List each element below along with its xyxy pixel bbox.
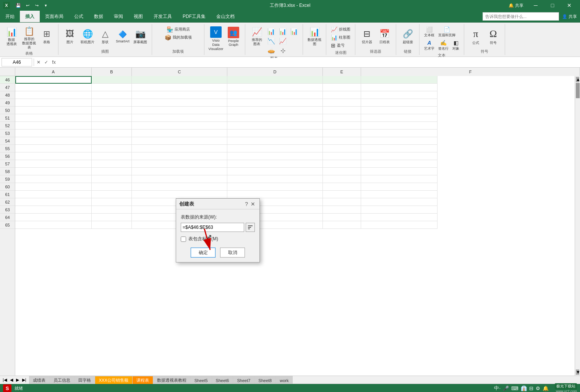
- tab-sheet8[interactable]: Sheet8: [254, 376, 276, 384]
- grid-cell[interactable]: [323, 145, 361, 152]
- grid-cell[interactable]: [227, 76, 323, 84]
- grid-cell[interactable]: [227, 107, 323, 114]
- symbol-btn[interactable]: Ω 符号: [485, 26, 502, 48]
- grid-cell[interactable]: [15, 122, 92, 130]
- col-spark-btn[interactable]: 📊 柱形图: [329, 34, 352, 41]
- grid-cell[interactable]: [15, 175, 92, 183]
- scroll-thumb[interactable]: [576, 83, 580, 98]
- visio-btn[interactable]: V Visio DataVisualizer: [207, 26, 224, 52]
- grid-cell[interactable]: [227, 130, 323, 137]
- grid-cell[interactable]: [132, 114, 227, 122]
- grid-cell[interactable]: [323, 198, 361, 206]
- shirt-icon[interactable]: 👔: [521, 386, 527, 391]
- recommend-chart-btn[interactable]: 📈 推荐的图表: [248, 26, 265, 48]
- grid-cell[interactable]: [323, 91, 361, 99]
- grid-cell[interactable]: [361, 91, 437, 99]
- online-pic-btn[interactable]: 🌐 联机图片: [79, 26, 96, 48]
- my-addins-btn[interactable]: 📦 我的加载项: [155, 34, 201, 41]
- grid-cell[interactable]: [361, 191, 437, 198]
- col-header-b[interactable]: B: [92, 68, 132, 76]
- grid-cell[interactable]: [361, 214, 437, 221]
- grid-cell[interactable]: [15, 198, 92, 206]
- grid-cell[interactable]: [361, 221, 437, 229]
- tab-view[interactable]: 视图: [128, 11, 148, 22]
- tab-formula[interactable]: 公式: [69, 11, 89, 22]
- grid-cell[interactable]: [361, 114, 437, 122]
- grid-cell[interactable]: [92, 160, 132, 168]
- grid-cell[interactable]: [132, 130, 227, 137]
- bell-icon[interactable]: 🔔: [543, 386, 549, 391]
- grid-cell[interactable]: [323, 76, 361, 84]
- grid-cell[interactable]: [15, 114, 92, 122]
- pivot-chart-btn[interactable]: 📊 数据透视图: [306, 26, 323, 48]
- dialog-close-btn[interactable]: ✕: [249, 201, 256, 207]
- grid-cell[interactable]: [361, 84, 437, 91]
- cell-reference[interactable]: [2, 58, 32, 66]
- keyboard-icon[interactable]: ⌨: [511, 386, 518, 391]
- line-spark-btn[interactable]: 📈 折线图: [329, 26, 352, 33]
- insert-function-icon[interactable]: fx: [51, 60, 57, 65]
- grid-cell[interactable]: [15, 76, 92, 84]
- wordart-btn[interactable]: A 艺术字: [423, 39, 436, 52]
- grid-cell[interactable]: [323, 206, 361, 214]
- grid-cell[interactable]: [323, 122, 361, 130]
- grid-cell[interactable]: [132, 76, 227, 84]
- grid-cell[interactable]: [323, 114, 361, 122]
- grid-cell[interactable]: [227, 152, 323, 160]
- tab-review[interactable]: 审阅: [109, 11, 128, 22]
- mic-icon[interactable]: 🎤: [503, 386, 509, 391]
- user-btn[interactable]: 👤 共享: [562, 14, 577, 19]
- pivot-table-btn[interactable]: 📊 数据透视表: [3, 26, 20, 48]
- slicer-btn[interactable]: ⊟ 切片器: [358, 26, 375, 48]
- tab-pivot-tutorial[interactable]: 数据透视表教程: [153, 376, 191, 384]
- grid-cell[interactable]: [361, 175, 437, 183]
- grid-cell[interactable]: [323, 191, 361, 198]
- grid-cell[interactable]: [227, 191, 323, 198]
- scroll-up-arrow[interactable]: ▲: [576, 77, 579, 82]
- tab-pdf[interactable]: PDF工具集: [177, 11, 211, 22]
- grid-cell[interactable]: [132, 145, 227, 152]
- grid-cell[interactable]: [361, 168, 437, 175]
- grid-cell[interactable]: [227, 122, 323, 130]
- redo-btn[interactable]: ↪: [33, 2, 41, 9]
- grid-cell[interactable]: [361, 206, 437, 214]
- table-btn[interactable]: ⊞ 表格: [38, 26, 55, 48]
- grid-cell[interactable]: [132, 191, 227, 198]
- grid-cell[interactable]: [227, 160, 323, 168]
- formula-btn[interactable]: π 公式: [467, 26, 484, 48]
- grid-cell[interactable]: [15, 91, 92, 99]
- scroll-down-arrow[interactable]: ▼: [576, 369, 579, 375]
- grid-cell[interactable]: [92, 130, 132, 137]
- tab-start[interactable]: 开始: [0, 11, 20, 22]
- grid-cell[interactable]: [132, 175, 227, 183]
- tab-sheet5[interactable]: Sheet5: [191, 376, 212, 384]
- grid-cell[interactable]: [323, 84, 361, 91]
- grid-cell[interactable]: [361, 145, 437, 152]
- grid-cell[interactable]: [323, 160, 361, 168]
- tab-data[interactable]: 数据: [89, 11, 109, 22]
- grid-cell[interactable]: [92, 152, 132, 160]
- grid-cell[interactable]: [15, 99, 92, 107]
- area-chart-btn[interactable]: 📈: [277, 37, 288, 45]
- filter-icon[interactable]: ⊟: [529, 386, 533, 391]
- cancel-formula-icon[interactable]: ✕: [36, 60, 42, 65]
- source-input[interactable]: [181, 223, 244, 232]
- grid-cell[interactable]: [132, 137, 227, 145]
- grid-cell[interactable]: [361, 122, 437, 130]
- win-loss-btn[interactable]: ⊞ 盈亏: [329, 42, 346, 49]
- tab-chengjibiao[interactable]: 成绩表: [29, 376, 50, 384]
- grid-cell[interactable]: [323, 137, 361, 145]
- ribbon-search[interactable]: [483, 12, 559, 21]
- shape-btn[interactable]: △ 形状: [97, 26, 113, 48]
- grid-cell[interactable]: [323, 130, 361, 137]
- grid-cell[interactable]: [15, 183, 92, 191]
- grid-cell[interactable]: [15, 191, 92, 198]
- grid-cell[interactable]: [361, 160, 437, 168]
- undo-btn[interactable]: ↩: [24, 2, 31, 9]
- source-picker-btn[interactable]: [246, 223, 255, 232]
- smartart-btn[interactable]: 🔷 SmartArt: [114, 26, 131, 48]
- prev-sheet-btn[interactable]: ◀: [9, 377, 14, 382]
- dialog-help-btn[interactable]: ?: [245, 201, 248, 207]
- grid-cell[interactable]: [92, 84, 132, 91]
- object-btn[interactable]: ◧ 对象: [451, 39, 461, 52]
